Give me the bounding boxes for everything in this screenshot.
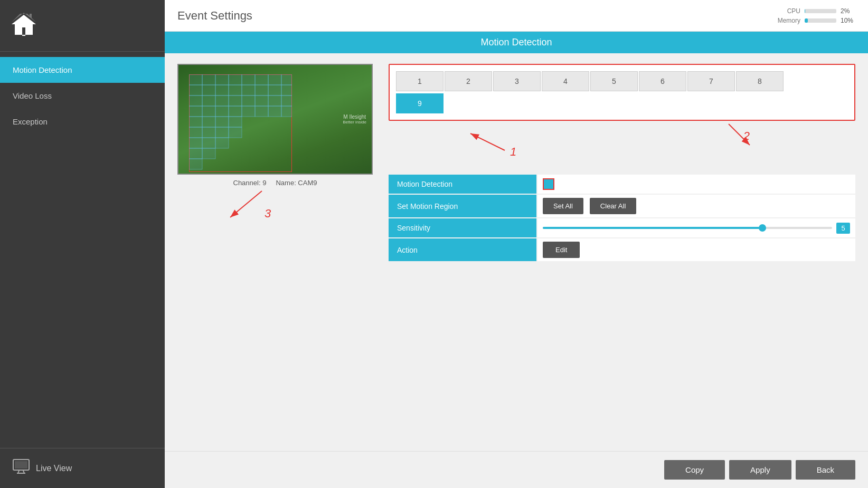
svg-rect-28 [229,95,242,106]
svg-rect-26 [202,95,215,106]
memory-bar-container [805,18,836,23]
svg-rect-36 [229,106,242,117]
system-stats: CPU 2% Memory 10% [771,7,855,24]
channel-btn-8[interactable]: 8 [736,71,784,91]
channel-btn-6[interactable]: 6 [639,71,686,91]
annotation-number-1: 1 [510,145,516,159]
channel-btn-5[interactable]: 5 [590,71,638,91]
slider-fill [543,227,760,229]
action-control: Edit [537,238,855,261]
svg-rect-16 [281,74,292,85]
right-panel: 1 2 3 4 5 6 7 8 9 [389,64,855,441]
clear-all-button[interactable]: Clear All [590,198,636,214]
svg-rect-40 [281,106,292,117]
sidebar-item-video-loss[interactable]: Video Loss [0,83,165,109]
motion-grid-svg [189,74,292,172]
svg-rect-23 [268,85,281,95]
sidebar-item-motion-detection[interactable]: Motion Detection [0,57,165,83]
svg-rect-20 [229,85,242,95]
slider-track[interactable] [543,227,832,229]
sensitivity-label: Sensitivity [389,218,536,237]
channel-btn-2[interactable]: 2 [445,71,492,91]
monitor-icon [13,459,30,477]
svg-rect-44 [229,117,242,127]
motion-detection-label: Motion Detection [389,175,536,194]
set-all-button[interactable]: Set All [543,198,583,214]
settings-table: Motion Detection Set Motion Region Set A… [389,175,855,261]
sidebar-item-exception[interactable]: Exception [0,109,165,135]
annotation-number-3: 3 [265,207,271,221]
svg-rect-27 [215,95,229,106]
svg-rect-42 [202,117,215,127]
svg-rect-25 [189,95,202,106]
annotation-arrows-area: 1 2 [389,129,855,166]
copy-button[interactable]: Copy [664,460,725,480]
svg-rect-14 [255,74,268,85]
back-button[interactable]: Back [796,460,855,480]
svg-rect-38 [255,106,268,117]
svg-rect-4 [15,461,27,468]
cpu-bar [805,9,805,13]
channel-selector: 1 2 3 4 5 6 7 8 9 [389,64,855,121]
set-motion-region-label: Set Motion Region [389,195,536,217]
svg-rect-54 [189,159,202,169]
camera-logo: M Ilesight Better inside [343,114,366,125]
home-icon[interactable] [11,13,37,41]
svg-rect-34 [202,106,215,117]
svg-rect-15 [268,74,281,85]
svg-rect-33 [189,106,202,117]
svg-line-58 [470,133,505,150]
live-view-label: Live View [36,464,72,473]
main-content: Event Settings CPU 2% Memory 10% Motion … [165,0,868,488]
svg-marker-0 [12,15,36,35]
svg-rect-11 [215,74,229,85]
svg-line-56 [230,191,262,217]
cpu-value: 2% [841,7,855,15]
left-panel: M Ilesight Better inside Channel: 9 Name… [177,64,373,441]
svg-rect-29 [242,95,255,106]
svg-rect-47 [215,127,229,138]
set-motion-region-control: Set All Clear All [537,195,855,217]
svg-rect-12 [229,74,242,85]
motion-detection-toggle[interactable] [543,178,554,190]
svg-rect-9 [189,74,202,85]
cpu-stat-row: CPU 2% [771,7,855,15]
svg-rect-43 [215,117,229,127]
channel-btn-1[interactable]: 1 [396,71,444,91]
memory-label: Memory [771,17,800,24]
channel-btn-7[interactable]: 7 [687,71,735,91]
svg-rect-52 [189,148,202,159]
svg-rect-45 [189,127,202,138]
sensitivity-slider-area: 5 [543,223,850,234]
section-title-bar: Motion Detection [165,32,868,53]
svg-rect-21 [242,85,255,95]
svg-rect-41 [189,117,202,127]
svg-rect-35 [215,106,229,117]
svg-rect-18 [202,85,215,95]
annotation-2-svg [686,119,792,156]
svg-rect-37 [242,106,255,117]
svg-rect-46 [202,127,215,138]
sidebar-logo [0,0,165,52]
annotation-number-2: 2 [743,129,750,143]
channel-btn-4[interactable]: 4 [542,71,589,91]
bottom-bar: Copy Apply Back [165,451,868,488]
svg-rect-13 [242,74,255,85]
sidebar-footer[interactable]: Live View [0,448,165,488]
apply-button[interactable]: Apply [729,460,791,480]
svg-rect-17 [189,85,202,95]
toggle-inner [545,181,552,187]
camera-feed: M Ilesight Better inside [177,64,373,175]
channel-btn-3[interactable]: 3 [493,71,541,91]
sidebar: Motion Detection Video Loss Exception Li… [0,0,165,488]
svg-rect-49 [189,138,202,148]
channel-btn-9[interactable]: 9 [396,93,444,113]
sensitivity-value: 5 [836,223,850,234]
annotation-area-3: 3 [177,191,373,233]
memory-stat-row: Memory 10% [771,17,855,24]
svg-rect-30 [255,95,268,106]
nav-items: Motion Detection Video Loss Exception [0,52,165,448]
svg-rect-19 [215,85,229,95]
edit-button[interactable]: Edit [543,242,580,258]
motion-detection-control [537,175,855,194]
